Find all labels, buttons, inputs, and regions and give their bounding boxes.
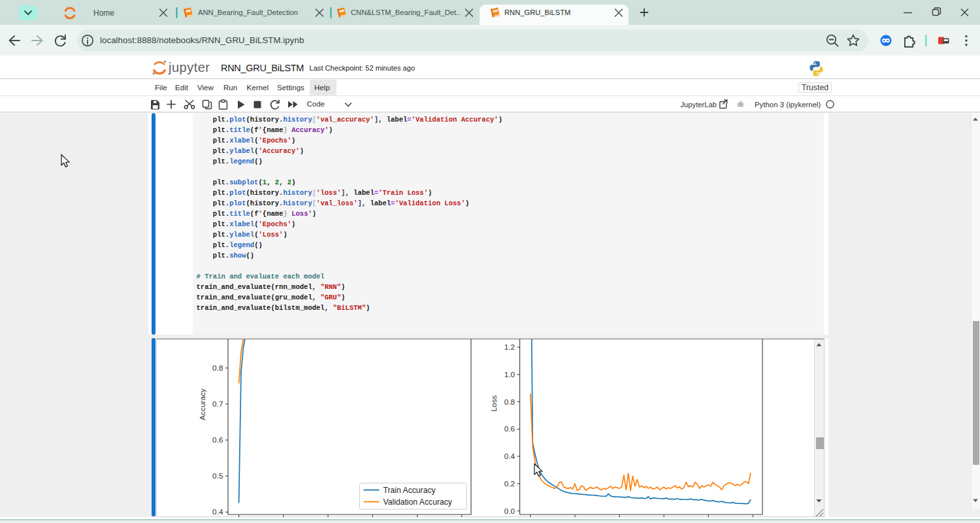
svg-text:0.6: 0.6 [212, 435, 223, 445]
svg-text:0.8: 0.8 [504, 397, 515, 406]
svg-text:0.2: 0.2 [504, 479, 515, 488]
svg-text:0.4: 0.4 [504, 452, 515, 461]
svg-text:0.5: 0.5 [212, 471, 223, 481]
svg-text:1.2: 1.2 [504, 343, 515, 352]
svg-text:Accuracy: Accuracy [198, 388, 207, 420]
svg-text:Validation Accuracy: Validation Accuracy [384, 497, 453, 506]
svg-text:0.4: 0.4 [212, 507, 223, 516]
svg-text:0.0: 0.0 [504, 506, 515, 515]
svg-text:Loss: Loss [489, 395, 498, 411]
svg-text:0.6: 0.6 [504, 424, 515, 433]
svg-text:1.0: 1.0 [504, 369, 515, 379]
svg-text:0.7: 0.7 [212, 399, 223, 409]
svg-text:Train Accuracy: Train Accuracy [384, 485, 436, 494]
svg-text:0.8: 0.8 [212, 363, 223, 372]
